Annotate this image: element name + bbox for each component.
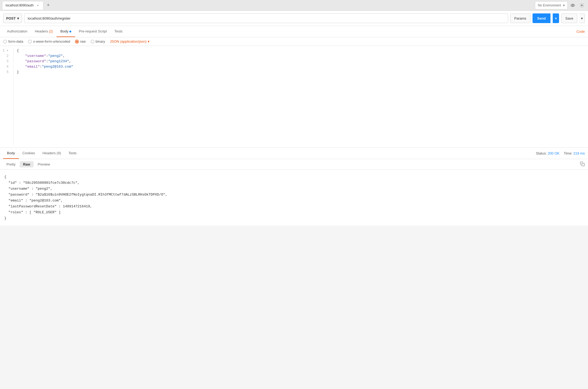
radio-form-data-circle <box>3 40 7 43</box>
radio-urlencoded-label: x-www-form-urlencoded <box>33 39 70 43</box>
env-label: No Environment <box>538 3 561 7</box>
body-dot-indicator <box>69 31 71 32</box>
tab-bar: localhost:8090/auth × + No Environment ▾ <box>0 0 588 11</box>
send-dropdown-button[interactable]: ▾ <box>553 13 559 23</box>
code-link[interactable]: Code <box>576 26 585 37</box>
code-line-2: "username":"peng2", <box>17 53 585 59</box>
tab-body[interactable]: Body <box>57 26 75 37</box>
radio-binary-label: binary <box>96 39 105 43</box>
response-tab-cookies[interactable]: Cookies <box>19 148 39 159</box>
response-headers-badge: (9) <box>57 151 61 155</box>
line-number-5: 5 <box>3 69 11 75</box>
params-button[interactable]: Params <box>510 13 530 23</box>
status-label: Status: 200 OK <box>536 151 560 155</box>
svg-point-0 <box>571 4 575 6</box>
view-tab-preview[interactable]: Preview <box>35 161 53 167</box>
radio-urlencoded-circle <box>28 40 32 43</box>
settings-icon[interactable] <box>578 1 586 9</box>
line-numbers: 1 ▾ 2 3 4 5 <box>0 48 14 145</box>
status-value: 200 OK <box>548 151 560 155</box>
response-tab-tests[interactable]: Tests <box>65 148 80 159</box>
line-number-4: 4 <box>3 64 11 69</box>
url-input[interactable] <box>24 13 508 23</box>
copy-icon[interactable] <box>580 162 585 167</box>
response-status-bar: Status: 200 OK Time: 219 ms <box>536 151 585 155</box>
line-number-3: 3 <box>3 59 11 64</box>
json-type-label: JSON (application/json) <box>110 39 147 43</box>
code-line-3: "password":"peng1234", <box>17 59 585 64</box>
request-tabs: Authorization Headers (2) Body Pre-reque… <box>0 26 588 37</box>
send-button[interactable]: Send <box>533 13 551 23</box>
radio-urlencoded[interactable]: x-www-form-urlencoded <box>28 39 70 43</box>
save-button[interactable]: Save <box>561 13 577 23</box>
time-label: Time: 219 ms <box>564 151 585 155</box>
radio-form-data[interactable]: form-data <box>3 39 23 43</box>
tab-close-icon[interactable]: × <box>36 3 40 8</box>
code-line-4: "email":"peng2@163.com" <box>17 64 585 69</box>
tab-headers[interactable]: Headers (2) <box>31 26 57 37</box>
view-tab-raw[interactable]: Raw <box>20 161 34 167</box>
body-type-selector: form-data x-www-form-urlencoded raw bina… <box>0 37 588 46</box>
radio-binary[interactable]: binary <box>91 39 105 43</box>
request-body-code[interactable]: { "username":"peng2", "password":"peng12… <box>14 48 588 145</box>
radio-raw-label: raw <box>80 39 86 43</box>
tab-authorization[interactable]: Authorization <box>3 26 31 37</box>
svg-rect-3 <box>582 163 585 166</box>
response-section: Body Cookies Headers (9) Tests Status: 2… <box>0 148 588 226</box>
radio-raw-circle <box>75 40 79 43</box>
response-tabs-bar: Body Cookies Headers (9) Tests Status: 2… <box>0 148 588 159</box>
method-label: POST <box>6 16 16 20</box>
svg-point-2 <box>581 5 583 6</box>
code-line-1: { <box>17 48 585 53</box>
method-chevron-icon: ▾ <box>17 16 19 20</box>
view-tab-pretty[interactable]: Pretty <box>3 161 19 167</box>
svg-point-1 <box>572 5 574 6</box>
json-type-chevron-icon: ▾ <box>148 39 150 43</box>
code-line-5: } <box>17 69 585 75</box>
tab-tests[interactable]: Tests <box>111 26 126 37</box>
headers-badge: (2) <box>49 30 53 33</box>
save-dropdown-button[interactable]: ▾ <box>579 13 585 23</box>
tab-prerequest[interactable]: Pre-request Script <box>75 26 111 37</box>
response-view-tabs: Pretty Raw Preview <box>0 159 588 170</box>
line-number-2: 2 <box>3 53 11 59</box>
eye-icon[interactable] <box>569 1 577 9</box>
env-chevron-icon: ▾ <box>563 3 565 7</box>
line-number-1: 1 ▾ <box>3 48 11 53</box>
radio-binary-circle <box>91 40 94 43</box>
response-tab-headers[interactable]: Headers (9) <box>39 148 65 159</box>
time-value: 219 ms <box>573 151 585 155</box>
tab-title: localhost:8090/auth <box>6 3 34 7</box>
response-body: { "id" : "58c295500901fce7c30cdc7c", "us… <box>0 170 588 226</box>
active-tab[interactable]: localhost:8090/auth × <box>2 1 43 10</box>
environment-selector[interactable]: No Environment ▾ <box>535 1 568 9</box>
radio-form-data-label: form-data <box>8 39 23 43</box>
request-body-editor[interactable]: 1 ▾ 2 3 4 5 { "username":"peng2", "passw… <box>0 46 588 148</box>
response-tab-body[interactable]: Body <box>3 148 19 159</box>
radio-raw[interactable]: raw <box>75 39 86 43</box>
request-bar: POST ▾ Params Send ▾ Save ▾ <box>0 11 588 26</box>
json-type-selector[interactable]: JSON (application/json) ▾ <box>110 39 150 43</box>
method-selector[interactable]: POST ▾ <box>3 13 22 23</box>
tab-add-button[interactable]: + <box>44 2 52 9</box>
